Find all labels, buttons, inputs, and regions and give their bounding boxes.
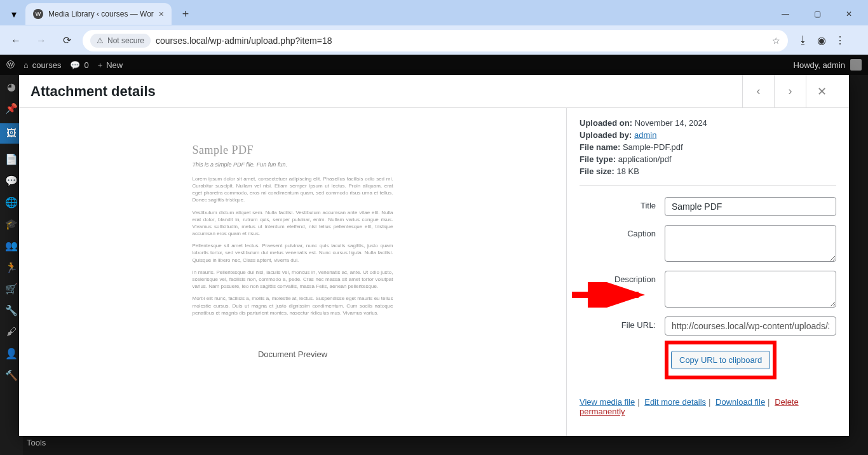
back-button[interactable]: ← [6,31,25,50]
download-file-link[interactable]: Download file [715,397,765,407]
modal-title: Attachment details [31,83,156,100]
avatar[interactable] [850,59,862,71]
brush-icon[interactable]: 🖌 [5,325,18,338]
pdf-paragraph: Lorem ipsum dolor sit amet, consectetuer… [193,175,393,204]
action-links: View media file| Edit more details| Down… [580,397,836,416]
next-button[interactable]: › [774,75,806,108]
divider [580,185,836,186]
title-input[interactable] [665,197,836,216]
new-tab-button[interactable]: + [177,5,194,23]
extension-icon[interactable]: ◉ [817,34,826,46]
comment-icon: 💬 [70,60,80,70]
comment-menu-icon[interactable]: 💬 [5,174,18,187]
modal-header: Attachment details ‹ › ✕ [19,75,849,108]
site-name: courses [32,60,62,70]
document-preview-label: Document Preview [258,350,327,359]
menu-icon[interactable]: ⋮ [835,34,845,46]
pdf-paragraph: Vestibulum dictum aliquet sem. Nulla fac… [193,209,393,238]
browser-tab[interactable]: W Media Library ‹ courses — Wor × [25,3,172,25]
run-icon[interactable]: 🏃 [5,261,18,273]
download-icon[interactable]: ⭳ [798,34,808,46]
comments-link[interactable]: 💬 0 [70,60,88,70]
user-icon[interactable]: 👤 [5,347,18,360]
view-media-link[interactable]: View media file [580,397,635,407]
meta-file-name: File name: Sample-PDF.pdf [580,142,836,152]
meta-uploaded-by: Uploaded by: admin [580,130,836,140]
window-controls: — ▢ ✕ [771,4,863,24]
modal-body: Sample PDF This is a simple PDF file. Fu… [19,108,849,436]
pdf-paragraph: Morbi elit nunc, facilisis a, mollis a, … [193,295,393,316]
close-tab-icon[interactable]: × [159,9,164,19]
reload-button[interactable]: ⟳ [57,31,76,50]
description-input[interactable] [665,271,836,308]
comments-count: 0 [84,60,88,70]
group-icon[interactable]: 👥 [5,239,18,252]
pin-icon[interactable]: 📌 [5,102,18,114]
meta-file-size: File size: 18 KB [580,166,836,176]
address-bar[interactable]: ⚠ Not secure courses.local/wp-admin/uplo… [83,30,788,51]
details-pane: Uploaded on: November 14, 2024 Uploaded … [566,108,849,436]
pdf-preview: Sample PDF This is a simple PDF file. Fu… [172,127,414,337]
browser-chrome: ▾ W Media Library ‹ courses — Wor × + — … [0,0,868,55]
fileurl-field-row: File URL: [580,316,836,336]
maximize-button[interactable]: ▢ [803,4,831,24]
caption-label: Caption [580,225,656,238]
wrench-icon[interactable]: 🔧 [5,304,18,316]
plus-icon: + [98,60,103,70]
tab-title: Media Library ‹ courses — Wor [48,10,154,18]
caption-field-row: Caption [580,225,836,262]
annotation-arrow [569,282,651,308]
close-modal-button[interactable]: ✕ [806,75,837,108]
close-window-button[interactable]: ✕ [835,4,863,24]
preview-pane: Sample PDF This is a simple PDF file. Fu… [19,108,566,436]
wp-adminbar: ⓦ ⌂ courses 💬 0 + New Howdy, admin [0,55,868,75]
modal-nav: ‹ › ✕ [742,75,837,108]
title-label: Title [580,197,656,210]
copy-highlight: Copy URL to clipboard [665,341,776,379]
sidebar-label-tools[interactable]: Tools [27,438,46,447]
wp-logo[interactable]: ⓦ [6,59,15,71]
dashboard-icon[interactable]: ◕ [5,80,18,93]
new-label: New [106,60,123,70]
fileurl-label: File URL: [580,316,656,330]
wordpress-icon: W [33,9,43,19]
warning-icon: ⚠ [97,36,104,45]
cap-icon[interactable]: 🎓 [5,217,18,230]
url-text: courses.local/wp-admin/upload.php?item=1… [156,36,332,46]
meta-file-type: File type: application/pdf [580,154,836,164]
edit-details-link[interactable]: Edit more details [644,397,706,407]
title-field-row: Title [580,197,836,216]
pdf-subtitle: This is a simple PDF file. Fun fun fun. [193,161,393,169]
tools-menu-icon[interactable]: 🔨 [5,369,18,381]
new-link[interactable]: + New [98,60,123,70]
howdy-text[interactable]: Howdy, admin [794,60,845,70]
pdf-title: Sample PDF [193,142,393,158]
prev-button[interactable]: ‹ [742,75,774,108]
meta-uploaded-on: Uploaded on: November 14, 2024 [580,118,836,128]
pdf-paragraph: In mauris. Pellentesque dui nisl, iaculi… [193,269,393,290]
home-icon: ⌂ [24,60,29,70]
star-icon[interactable]: ☆ [772,36,780,46]
uploaded-by-link[interactable]: admin [634,130,656,140]
globe-icon[interactable]: 🌐 [5,196,18,208]
tab-dropdown[interactable]: ▾ [5,5,23,23]
tab-bar: ▾ W Media Library ‹ courses — Wor × + — … [0,0,868,25]
not-secure-chip[interactable]: ⚠ Not secure [90,34,151,48]
caption-input[interactable] [665,225,836,262]
address-bar-row: ← → ⟳ ⚠ Not secure courses.local/wp-admi… [0,25,868,55]
minimize-button[interactable]: — [771,4,799,24]
copy-url-button[interactable]: Copy URL to clipboard [671,351,770,369]
not-secure-label: Not secure [107,36,144,45]
page-icon[interactable]: 📄 [5,153,18,165]
forward-button[interactable]: → [32,31,51,50]
pdf-paragraph: Pellentesque sit amet lectus. Praesent p… [193,242,393,264]
attachment-details-modal: Attachment details ‹ › ✕ Sample PDF This… [19,75,849,436]
fileurl-input[interactable] [665,316,836,336]
cart-icon[interactable]: 🛒 [5,282,18,295]
chevron-down-icon: ▾ [11,8,17,20]
site-link[interactable]: ⌂ courses [24,60,61,70]
